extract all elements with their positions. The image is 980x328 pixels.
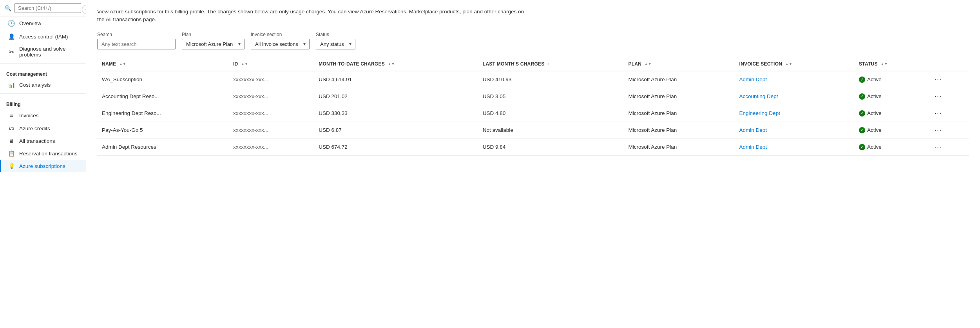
cell-name: Engineering Dept Reso... — [97, 105, 228, 122]
invoice-section-filter-group: Invoice section All invoice sections — [251, 32, 310, 49]
sort-icon-plan: ▲▼ — [645, 62, 652, 66]
subscriptions-table-container: NAME ▲▼ ID ▲▼ MONTH-TO-DATE CHARGES ▲▼ L… — [97, 57, 969, 156]
azure-subscriptions-icon: 💡 — [7, 163, 15, 169]
invoice-section-filter-select[interactable]: All invoice sections — [251, 39, 310, 49]
cell-month-to-date: USD 674.72 — [314, 138, 478, 155]
billing-section-label: Billing — [0, 96, 86, 109]
cell-last-month: USD 410.93 — [478, 71, 624, 88]
status-badge: ✓ Active — [859, 127, 882, 133]
sidebar-item-label: Diagnose and solve problems — [19, 46, 80, 58]
status-label: Active — [867, 127, 882, 133]
sidebar-item-access-control[interactable]: 👤 Access control (IAM) — [0, 30, 86, 43]
cell-plan: Microsoft Azure Plan — [623, 71, 734, 88]
cell-actions: ··· — [927, 122, 969, 138]
active-status-icon: ✓ — [859, 93, 865, 100]
more-options-button[interactable]: ··· — [932, 143, 944, 151]
active-status-icon: ✓ — [859, 144, 865, 150]
sidebar-item-overview[interactable]: 🕐 Overview — [0, 16, 86, 30]
plan-filter-label: Plan — [182, 32, 245, 37]
cell-month-to-date: USD 201.02 — [314, 88, 478, 105]
invoice-section-link[interactable]: Admin Dept — [739, 127, 767, 133]
cell-plan: Microsoft Azure Plan — [623, 138, 734, 155]
status-badge: ✓ Active — [859, 77, 882, 83]
table-header-row: NAME ▲▼ ID ▲▼ MONTH-TO-DATE CHARGES ▲▼ L… — [97, 57, 969, 71]
col-header-id[interactable]: ID ▲▼ — [228, 57, 314, 71]
plan-select-wrapper: Microsoft Azure Plan — [182, 39, 245, 49]
table-row: Engineering Dept Reso... xxxxxxxx-xxx...… — [97, 105, 969, 122]
more-options-button[interactable]: ··· — [932, 75, 944, 84]
cell-invoice-section: Admin Dept — [735, 71, 855, 88]
cell-last-month: USD 4.80 — [478, 105, 624, 122]
sidebar-item-label: Azure credits — [19, 126, 50, 131]
sidebar-item-azure-subscriptions[interactable]: 💡 Azure subscriptions — [0, 160, 86, 172]
sidebar-search-container: 🔍 — [0, 0, 86, 16]
cell-plan: Microsoft Azure Plan — [623, 122, 734, 138]
access-control-icon: 👤 — [7, 33, 15, 40]
cell-name: Pay-As-You-Go 5 — [97, 122, 228, 138]
cell-name: Accounting Dept Reso... — [97, 88, 228, 105]
cost-management-section-label: Cost management — [0, 66, 86, 78]
cell-status: ✓ Active — [854, 138, 927, 155]
sort-icon-month-to-date: ▲▼ — [388, 62, 395, 66]
cell-last-month: USD 9.84 — [478, 138, 624, 155]
sidebar-item-label: All transactions — [19, 138, 55, 144]
invoice-section-link[interactable]: Admin Dept — [739, 77, 767, 82]
col-header-status[interactable]: STATUS ▲▼ — [854, 57, 927, 71]
invoice-section-link[interactable]: Admin Dept — [739, 144, 767, 150]
invoice-section-link[interactable]: Engineering Dept — [739, 110, 780, 116]
diagnose-icon: ✂ — [7, 48, 15, 56]
col-header-month-to-date[interactable]: MONTH-TO-DATE CHARGES ▲▼ — [314, 57, 478, 71]
sidebar-item-invoices[interactable]: ≡ Invoices — [0, 109, 86, 122]
cell-last-month: Not available — [478, 122, 624, 138]
reservation-transactions-icon: 📋 — [7, 150, 15, 157]
invoice-section-link[interactable]: Accounting Dept — [739, 93, 778, 99]
cell-last-month: USD 3.05 — [478, 88, 624, 105]
sidebar-item-cost-analysis[interactable]: 📊 Cost analysis — [0, 78, 86, 91]
overview-icon: 🕐 — [7, 20, 15, 27]
cell-id: xxxxxxxx-xxx... — [228, 71, 314, 88]
cell-plan: Microsoft Azure Plan — [623, 105, 734, 122]
plan-filter-group: Plan Microsoft Azure Plan — [182, 32, 245, 49]
all-transactions-icon: 🖥 — [7, 138, 15, 144]
invoice-section-filter-label: Invoice section — [251, 32, 310, 37]
cell-invoice-section: Accounting Dept — [735, 88, 855, 105]
sidebar-item-all-transactions[interactable]: 🖥 All transactions — [0, 135, 86, 147]
sort-icon-id: ▲▼ — [241, 62, 248, 66]
table-row: WA_Subscription xxxxxxxx-xxx... USD 4,61… — [97, 71, 969, 88]
search-input[interactable] — [14, 3, 81, 13]
cell-status: ✓ Active — [854, 122, 927, 138]
plan-filter-select[interactable]: Microsoft Azure Plan — [182, 39, 245, 49]
cell-actions: ··· — [927, 105, 969, 122]
col-header-plan[interactable]: PLAN ▲▼ — [623, 57, 734, 71]
status-select-wrapper: Any status Active Inactive — [316, 39, 355, 49]
cell-status: ✓ Active — [854, 71, 927, 88]
azure-credits-icon: 🗂 — [7, 125, 15, 131]
col-header-last-month[interactable]: LAST MONTH'S CHARGES ↓ — [478, 57, 624, 71]
sidebar: 🔍 « 🕐 Overview 👤 Access control (IAM) ✂ … — [0, 0, 86, 328]
cell-invoice-section: Engineering Dept — [735, 105, 855, 122]
table-row: Admin Dept Resources xxxxxxxx-xxx... USD… — [97, 138, 969, 155]
search-filter-group: Search — [97, 32, 176, 49]
more-options-button[interactable]: ··· — [932, 126, 944, 134]
sidebar-item-azure-credits[interactable]: 🗂 Azure credits — [0, 122, 86, 135]
more-options-button[interactable]: ··· — [932, 92, 944, 100]
status-filter-select[interactable]: Any status Active Inactive — [316, 39, 355, 49]
sidebar-item-label: Invoices — [19, 113, 39, 118]
sidebar-item-reservation-transactions[interactable]: 📋 Reservation transactions — [0, 147, 86, 160]
sidebar-item-diagnose[interactable]: ✂ Diagnose and solve problems — [0, 43, 86, 61]
more-options-button[interactable]: ··· — [932, 109, 944, 117]
search-filter-input[interactable] — [97, 39, 176, 49]
cost-analysis-icon: 📊 — [7, 82, 15, 88]
cell-invoice-section: Admin Dept — [735, 138, 855, 155]
cell-month-to-date: USD 6.87 — [314, 122, 478, 138]
cell-actions: ··· — [927, 88, 969, 105]
col-header-name[interactable]: NAME ▲▼ — [97, 57, 228, 71]
cell-actions: ··· — [927, 71, 969, 88]
col-header-invoice-section[interactable]: INVOICE SECTION ▲▼ — [735, 57, 855, 71]
sidebar-item-label: Azure subscriptions — [19, 163, 65, 169]
status-badge: ✓ Active — [859, 110, 882, 117]
col-header-actions — [927, 57, 969, 71]
invoice-section-select-wrapper: All invoice sections — [251, 39, 310, 49]
cell-id: xxxxxxxx-xxx... — [228, 88, 314, 105]
status-filter-group: Status Any status Active Inactive — [316, 32, 355, 49]
